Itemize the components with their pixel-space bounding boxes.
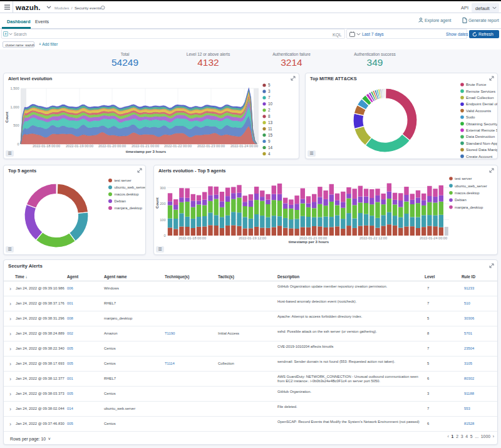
svg-text:Brute Force: Brute Force — [466, 82, 487, 86]
svg-text:Debian: Debian — [115, 199, 126, 203]
svg-text:3: 3 — [268, 89, 271, 93]
svg-text:Debian: Debian — [455, 198, 467, 202]
svg-text:2: 2 — [268, 108, 271, 112]
svg-text:Sudo: Sudo — [466, 115, 475, 119]
svg-text:2022-01-18 00:00: 2022-01-18 00:00 — [178, 236, 206, 240]
svg-text:#: # — [5, 32, 7, 36]
svg-text:manjara_desktop: manjara_desktop — [115, 206, 142, 210]
svg-text:2022-01-24 00:00: 2022-01-24 00:00 — [420, 236, 447, 240]
svg-text:Count: Count — [5, 112, 9, 122]
svg-text:14: 14 — [268, 145, 273, 150]
svg-text:2022-01-23 00:00: 2022-01-23 00:00 — [197, 144, 225, 148]
svg-text:Stored Data Manipu...: Stored Data Manipu... — [466, 147, 497, 152]
svg-text:External Remote Se...: External Remote Se... — [466, 128, 497, 132]
svg-text:1,500: 1,500 — [11, 86, 19, 90]
svg-text:timestamp per 3 hours: timestamp per 3 hours — [289, 240, 329, 244]
svg-text:test server: test server — [455, 177, 472, 180]
svg-text:0: 0 — [17, 142, 19, 146]
svg-text:2022-01-21 00:00: 2022-01-21 00:00 — [132, 144, 159, 148]
svg-text:500: 500 — [13, 123, 19, 127]
svg-text:Standard Non-Appli...: Standard Non-Appli... — [466, 141, 497, 145]
svg-text:10: 10 — [268, 102, 273, 106]
svg-text:2022-01-19 12:00: 2022-01-19 12:00 — [239, 236, 266, 240]
svg-text:2022-01-19 00:00: 2022-01-19 00:00 — [66, 144, 93, 148]
svg-text:Data Destruction: Data Destruction — [466, 134, 495, 138]
svg-text:100: 100 — [160, 218, 165, 222]
svg-text:ubuntu_web_server: ubuntu_web_server — [455, 184, 487, 188]
svg-text:0: 0 — [163, 234, 165, 237]
svg-text:2022-01-22 12:00: 2022-01-22 12:00 — [359, 236, 387, 240]
svg-text:Endpoint Denial of S...: Endpoint Denial of S... — [466, 102, 497, 106]
svg-text:2022-01-24 00:00: 2022-01-24 00:00 — [230, 144, 258, 148]
svg-text:Count: Count — [155, 197, 159, 208]
svg-text:4: 4 — [268, 152, 271, 156]
svg-text:macos.desktop: macos.desktop — [455, 191, 480, 195]
svg-text:13: 13 — [268, 120, 273, 125]
svg-text:2022-01-22 00:00: 2022-01-22 00:00 — [164, 144, 192, 148]
svg-text:2022-01-20 00:00: 2022-01-20 00:00 — [98, 144, 126, 148]
svg-text:Email Collection: Email Collection — [466, 95, 494, 100]
svg-text:15: 15 — [268, 133, 273, 137]
svg-text:Valid Accounts: Valid Accounts — [466, 108, 491, 113]
svg-text:8: 8 — [268, 114, 271, 118]
svg-text:i: i — [103, 6, 103, 9]
svg-text:Obtaining Security T...: Obtaining Security T... — [466, 122, 497, 126]
svg-text:test server: test server — [115, 179, 132, 182]
svg-text:9: 9 — [268, 139, 271, 143]
svg-text:7: 7 — [268, 95, 271, 100]
svg-text:11: 11 — [268, 127, 272, 131]
svg-text:timestamp per 3 hours: timestamp per 3 hours — [126, 150, 167, 154]
svg-text:macos.desktop: macos.desktop — [115, 192, 139, 196]
svg-text:Remote Services: Remote Services — [466, 89, 495, 93]
svg-text:1,000: 1,000 — [11, 105, 19, 109]
svg-text:300: 300 — [160, 186, 165, 190]
svg-text:5: 5 — [268, 83, 271, 87]
svg-text:Create Account: Create Account — [466, 154, 493, 159]
svg-text:manjara_desktop: manjara_desktop — [455, 206, 483, 209]
svg-text:200: 200 — [160, 202, 165, 206]
svg-text:2022-01-18 00:00: 2022-01-18 00:00 — [33, 144, 60, 148]
svg-text:ubuntu_web_server: ubuntu_web_server — [115, 185, 146, 189]
